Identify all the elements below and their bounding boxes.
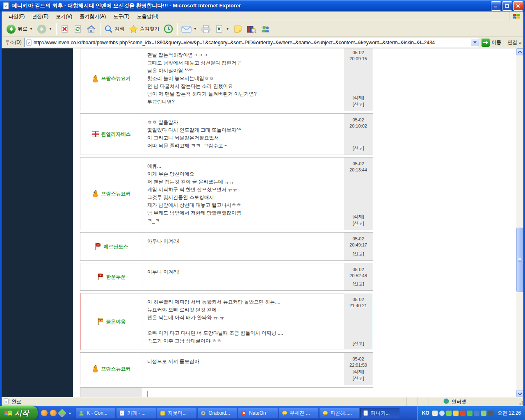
task-button-2[interactable]: 지못미... xyxy=(157,408,196,418)
task-label: 카페 - ... xyxy=(127,410,146,417)
menu-item-2[interactable]: 보기(V) xyxy=(52,12,76,21)
search-button[interactable]: 검색 xyxy=(102,24,127,34)
forward-button[interactable]: ▼ xyxy=(35,23,54,35)
collapse-arrow-icon[interactable] xyxy=(439,411,445,416)
print-button[interactable] xyxy=(199,24,213,34)
delete-link[interactable]: [삭제] xyxy=(352,213,364,220)
reply-input[interactable] xyxy=(147,391,362,397)
comment-author[interactable]: 프랑스뉴요커 xyxy=(101,75,131,82)
comment-actions: [삭제][신고] xyxy=(352,94,364,107)
edit-button[interactable]: ▼ xyxy=(213,24,231,34)
character-orange-icon[interactable] xyxy=(41,410,48,416)
minimize-button[interactable] xyxy=(491,1,501,11)
address-dropdown-icon[interactable] xyxy=(471,39,479,46)
address-bar: 주소(D) e 이동 연결 » xyxy=(2,37,523,48)
messenger-button[interactable] xyxy=(258,24,272,34)
scroll-down-icon[interactable] xyxy=(516,390,523,397)
report-link[interactable]: [신고] xyxy=(352,281,364,287)
home-button[interactable] xyxy=(84,24,98,34)
maximize-button[interactable] xyxy=(502,1,512,11)
task-button-1[interactable]: e카페 - ... xyxy=(116,408,156,418)
capsule-tray-icon[interactable] xyxy=(467,411,472,416)
dictionary-button[interactable] xyxy=(244,24,258,34)
resize-grip[interactable] xyxy=(518,397,523,406)
comment-line: 아 하루빨리 제피랑 서버 통합되서 뉴요커랑 놀았으면 하는.... xyxy=(147,298,339,306)
report-link[interactable]: [신고] xyxy=(352,340,364,347)
report-link[interactable]: [신고] xyxy=(352,375,364,381)
note-button[interactable] xyxy=(231,24,244,34)
history-button[interactable] xyxy=(162,23,175,34)
address-input[interactable] xyxy=(34,39,471,46)
delete-link[interactable]: [삭제] xyxy=(352,94,364,101)
start-button[interactable]: 시작 xyxy=(0,406,38,420)
edit-dropdown-icon[interactable]: ▼ xyxy=(226,27,229,31)
refresh-button[interactable] xyxy=(71,24,84,34)
quick-launch-overflow-icon[interactable]: » xyxy=(68,411,71,415)
reply-body-cell xyxy=(142,388,373,397)
task-button-3[interactable]: Graboid... xyxy=(198,408,237,418)
task-button-4[interactable]: NateOn xyxy=(238,408,278,418)
comment-author[interactable]: 프랑스뉴요커 xyxy=(101,365,131,372)
report-link[interactable]: [신고] xyxy=(352,251,364,257)
task-button-0[interactable]: K - Con... xyxy=(76,408,115,418)
chat-bubble-icon xyxy=(281,410,288,416)
language-indicator[interactable]: KO xyxy=(422,410,429,416)
badge-tray-icon[interactable] xyxy=(460,411,466,416)
comment-author[interactable]: 붉은야옹 xyxy=(106,318,126,325)
comment-author[interactable]: 퀸엘리자베스 xyxy=(101,131,131,138)
forward-dropdown-icon[interactable]: ▼ xyxy=(49,27,52,31)
speaker-tray-icon[interactable] xyxy=(488,411,493,416)
scroll-up-icon[interactable] xyxy=(516,48,523,55)
network-tray-icon[interactable] xyxy=(474,411,479,416)
vertical-scrollbar[interactable] xyxy=(516,48,523,397)
system-tray: KO 오전 12:26 xyxy=(417,406,525,420)
buddy-tray-icon[interactable] xyxy=(481,411,486,416)
report-link[interactable]: [신고] xyxy=(352,145,364,151)
mail-dropdown-icon[interactable]: ▼ xyxy=(194,27,197,31)
close-button[interactable] xyxy=(513,1,523,11)
forum-sidebar xyxy=(2,48,73,397)
task-button-7[interactable]: e페니키... xyxy=(360,408,399,418)
comment-row: 퀸엘리자베스 ㅎㅎ 말을말자몇일있다 다시 인도갈게 그때 또놀아보자^^아 그… xyxy=(80,113,373,155)
smiley-tray-icon[interactable] xyxy=(453,411,459,416)
toolbar-separator xyxy=(177,23,178,35)
comment-date: 05-02 xyxy=(349,267,367,273)
msn-diamond-icon[interactable] xyxy=(58,409,66,417)
comment-time: 20:13:44 xyxy=(349,167,367,173)
menu-item-5[interactable]: 도움말(H) xyxy=(133,12,162,21)
menu-item-4[interactable]: 도구(T) xyxy=(110,12,133,21)
menu-item-3[interactable]: 즐겨찾기(A) xyxy=(76,12,110,21)
character-orange-icon[interactable] xyxy=(50,410,57,416)
address-combobox[interactable]: e xyxy=(24,38,479,47)
title-bar[interactable]: e 페니키아 길드의 최후 - 대항해시대 인벤에 오신것을 환영합니다!!! … xyxy=(0,0,525,11)
penguin-tray-icon[interactable] xyxy=(432,411,438,416)
scrollbar-thumb[interactable] xyxy=(516,228,523,292)
comment-author[interactable]: 에르난도스 xyxy=(104,243,128,250)
back-dropdown-icon[interactable]: ▼ xyxy=(30,27,33,31)
favorites-button[interactable]: 즐겨찾기 xyxy=(127,24,162,34)
report-link[interactable]: [신고] xyxy=(352,220,364,226)
stop-button[interactable] xyxy=(58,24,71,34)
links-toolbar[interactable]: 연결 » xyxy=(504,38,522,47)
mail-button[interactable]: ▼ xyxy=(179,24,199,34)
comment-line: ㅋ_ㅋ xyxy=(147,217,339,225)
comment-line: 뉴요커야 오빠 로리깃 탈것 같에... xyxy=(147,306,339,314)
go-button[interactable]: 이동 xyxy=(482,39,501,47)
delete-link[interactable]: [삭제] xyxy=(352,368,364,375)
task-label: K - Con... xyxy=(87,410,107,416)
runner-tray-icon[interactable] xyxy=(446,411,452,416)
menu-item-1[interactable]: 편집(E) xyxy=(28,12,52,21)
back-button[interactable]: 뒤로▼ xyxy=(4,23,35,35)
comment-line: 오빠 이거 타고 다니면 너 도망다닐때 조금 힘들어서 어쩌닝 .... xyxy=(147,329,339,337)
menu-item-0[interactable]: 파일(F) xyxy=(5,12,28,21)
task-button-6[interactable]: 피곤해..... xyxy=(320,408,359,418)
comment-actions: [삭제][신고] xyxy=(352,213,364,226)
task-button-5[interactable]: 우세진 ... xyxy=(279,408,318,418)
chat-bubble-icon xyxy=(322,410,328,416)
comment-author[interactable]: 한푼두푼 xyxy=(106,274,126,281)
links-more-icon[interactable]: » xyxy=(519,40,522,46)
report-link[interactable]: [신고] xyxy=(352,101,364,107)
comment-author[interactable]: 프랑스뉴요커 xyxy=(101,190,131,197)
comment-datetime: 05-02 21:40:21 xyxy=(349,297,367,309)
page-content: 프랑스뉴요커 맨날 잡는척하잖아염ㅋㅋㅋ그때도 님앞에서 대놓고 상선털다 잡힌… xyxy=(2,48,523,397)
